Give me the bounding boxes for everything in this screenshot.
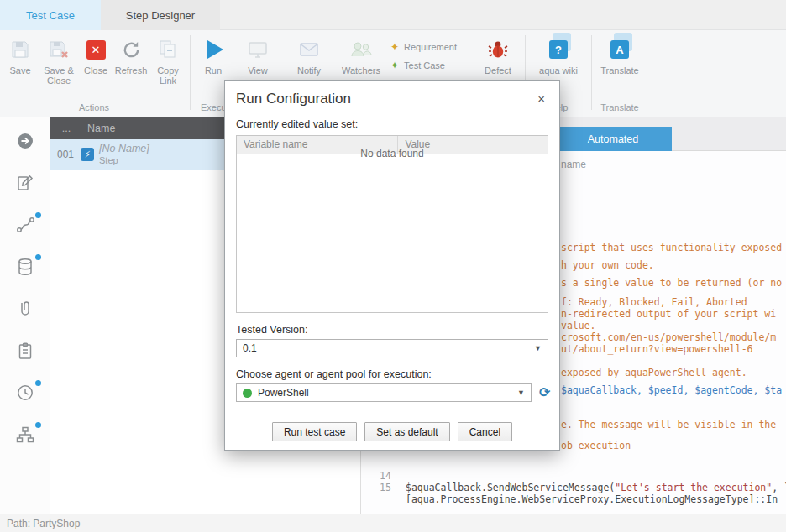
agent-select[interactable]: PowerShell ▼: [236, 383, 532, 402]
save-close-button[interactable]: Save & Close: [39, 36, 79, 86]
toolbar-group-actions: Save Save & Close ✕ Close Refresh: [2, 30, 186, 117]
requirement-icon: ✦: [390, 42, 399, 52]
code-line: exposed by aquaPowerShell agent.: [561, 367, 747, 378]
translate-button[interactable]: A Translate: [595, 36, 644, 76]
save-close-icon: [48, 36, 70, 63]
tab-step-designer[interactable]: Step Designer: [101, 0, 220, 30]
path-label: Path: PartyShop: [7, 518, 80, 529]
watchers-button[interactable]: Watchers: [335, 36, 387, 76]
code-line: $aquaCallback, $peeId, $agentCode, $ta: [561, 384, 782, 396]
notification-dot: [35, 422, 41, 428]
steps-flow-icon: [15, 215, 35, 235]
notify-envelope-icon: [298, 36, 320, 63]
code-line: ob execution: [561, 440, 631, 451]
clipboard-icon: [15, 341, 35, 361]
defect-bug-icon: [487, 36, 509, 63]
aqua-wiki-button[interactable]: ? aqua wiki: [529, 36, 588, 76]
add-requirement-button[interactable]: ✦ Requirement: [387, 39, 474, 55]
agent-value: PowerShell: [258, 387, 309, 399]
value-set-table: Variable name Value No data found: [236, 135, 548, 313]
sidebar-item-data[interactable]: [15, 257, 35, 277]
copy-link-button[interactable]: Copy Link: [149, 36, 186, 86]
step-number: 001: [50, 149, 81, 160]
database-icon: [15, 257, 35, 277]
run-button[interactable]: Run: [194, 36, 233, 76]
document-tab-bar: Test Case Step Designer: [0, 0, 786, 30]
notification-dot: [35, 212, 41, 218]
step-type: Step: [99, 154, 149, 166]
chevron-down-icon: ▼: [534, 344, 542, 352]
sidebar-item-checklist[interactable]: [15, 341, 35, 361]
refresh-button[interactable]: Refresh: [113, 36, 149, 76]
agent-refresh-icon[interactable]: ⟳: [539, 386, 550, 399]
code-line-15: 15 [aqua.ProcessEngine.WebServiceProxy.E…: [361, 470, 786, 514]
code-line: crosoft.com/en-us/powershell/module/m: [561, 331, 776, 343]
no-data-message: No data found: [237, 148, 548, 159]
view-button[interactable]: View: [233, 36, 283, 76]
run-configuration-dialog: Run Configuration × Currently edited val…: [224, 80, 560, 451]
step-name: [No Name]: [99, 143, 149, 154]
sidebar-item-attachments[interactable]: [15, 299, 35, 319]
sitemap-icon: [15, 425, 35, 445]
cancel-button[interactable]: Cancel: [458, 422, 512, 441]
copy-link-icon: [157, 36, 179, 63]
add-test-case-button[interactable]: ✦ Test Case: [387, 57, 474, 73]
defect-button[interactable]: Defect: [474, 36, 521, 76]
status-bar: Path: PartyShop: [0, 514, 786, 532]
tab-automated[interactable]: Automated: [554, 127, 672, 151]
wiki-question-icon: ?: [549, 36, 568, 63]
edit-icon: [15, 173, 35, 193]
sidebar-item-edit[interactable]: [15, 173, 35, 193]
dialog-close-icon[interactable]: ×: [534, 91, 548, 107]
left-icon-sidebar: [0, 117, 50, 514]
close-button[interactable]: ✕ Close: [79, 36, 113, 76]
close-red-icon: ✕: [86, 36, 106, 63]
run-icon: [204, 36, 223, 63]
translate-icon: A: [610, 36, 629, 63]
code-line: f: Ready, Blocked, Fail, Aborted: [561, 296, 747, 308]
tab-test-case[interactable]: Test Case: [0, 0, 101, 30]
toolbar-group-translate: A Translate Translate: [595, 30, 644, 117]
save-button[interactable]: Save: [2, 36, 39, 76]
agent-label: Choose agent or agent pool for execution…: [236, 368, 548, 380]
tested-version-label: Tested Version:: [236, 324, 548, 336]
code-line: h your own code.: [561, 259, 654, 271]
code-line: script that uses functionality exposed: [561, 242, 782, 253]
agent-online-dot: [243, 389, 252, 398]
sidebar-item-dependencies[interactable]: [15, 425, 35, 445]
paperclip-icon: [15, 299, 35, 319]
notification-dot: [35, 380, 41, 386]
watchers-people-icon: [349, 36, 373, 63]
chevron-down-icon: ▼: [517, 389, 525, 397]
view-icon: [247, 36, 269, 63]
value-set-label: Currently edited value set:: [236, 118, 548, 130]
dialog-title: Run Configuration: [236, 91, 351, 107]
toolbar-separator: [591, 35, 592, 110]
sidebar-item-steps[interactable]: [15, 215, 35, 235]
sidebar-item-open[interactable]: [15, 131, 35, 151]
set-as-default-button[interactable]: Set as default: [364, 422, 449, 441]
arrow-circle-icon: [15, 131, 35, 151]
refresh-icon: [121, 36, 142, 63]
history-clock-icon: [15, 383, 35, 403]
group-label-translate: Translate: [595, 102, 644, 117]
code-line: s a single value to be returned (or no: [561, 277, 782, 289]
run-test-case-button[interactable]: Run test case: [272, 422, 357, 441]
script-name-label-fragment: name: [561, 159, 586, 170]
code-line: n-redirected output of your script wi: [561, 308, 776, 320]
tested-version-select[interactable]: 0.1 ▼: [236, 339, 548, 357]
automation-step-icon: ⚡: [81, 148, 94, 161]
notify-button[interactable]: Notify: [283, 36, 335, 76]
steps-col-dots: ...: [50, 123, 82, 134]
toolbar-separator: [190, 35, 191, 110]
code-line: value.: [561, 320, 596, 331]
test-case-icon: ✦: [390, 60, 399, 70]
code-line: ut/about_return?view=powershell-6: [561, 343, 752, 355]
tested-version-value: 0.1: [243, 342, 257, 354]
save-icon: [9, 36, 31, 63]
code-line: e. The message will be visible in the: [561, 419, 776, 430]
notification-dot: [35, 254, 41, 260]
sidebar-item-history[interactable]: [15, 383, 35, 403]
group-label-actions: Actions: [2, 102, 186, 117]
link-buttons-stack: ✦ Requirement ✦ Test Case: [387, 39, 474, 73]
